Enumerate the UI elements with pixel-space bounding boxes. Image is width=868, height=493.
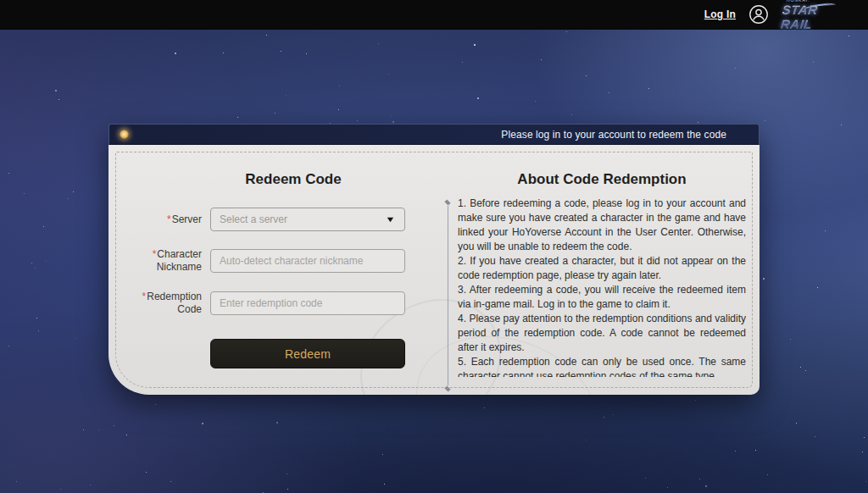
about-title: About Code Redemption (458, 170, 746, 189)
redemption-code-input[interactable] (210, 291, 405, 315)
about-section: About Code Redemption 1. Before redeemin… (458, 145, 746, 377)
login-link[interactable]: Log In (704, 8, 736, 20)
about-paragraph: 5. Each redemption code can only be used… (458, 355, 746, 377)
server-select[interactable]: Select a server ▼ (210, 208, 405, 231)
about-paragraph: 2. If you have created a character, but … (458, 254, 746, 283)
redemption-code-label: *Redemption Code (134, 291, 202, 316)
card-body: Redeem Code *Server Select a server ▼ *C… (108, 145, 760, 395)
server-select-placeholder: Select a server (220, 213, 387, 225)
redeem-form: Redeem Code *Server Select a server ▼ *C… (108, 145, 448, 368)
page: Log In HONKAI: STAR RAIL Please log in t… (0, 0, 868, 493)
diamond-ornament (444, 385, 450, 391)
required-asterisk: * (153, 248, 157, 260)
about-paragraph: 3. After redeeming a code, you will rece… (458, 283, 746, 312)
starrail-logo[interactable]: HONKAI: STAR RAIL (782, 2, 839, 27)
server-label: *Server (134, 213, 202, 226)
login-prompt-message: Please log in to your account to redeem … (501, 129, 726, 141)
chevron-down-icon: ▼ (385, 215, 395, 224)
redeem-card: Please log in to your account to redeem … (108, 124, 760, 395)
server-field-row: *Server Select a server ▼ (108, 208, 448, 231)
logo-title: STAR RAIL (780, 3, 841, 31)
redeem-title: Redeem Code (108, 170, 448, 189)
nickname-input[interactable] (210, 249, 405, 273)
required-asterisk: * (142, 291, 147, 302)
nickname-field-row: *Character Nickname (108, 248, 448, 274)
nickname-label: *Character Nickname (134, 248, 202, 274)
gold-star-icon (120, 130, 129, 139)
top-bar: Log In HONKAI: STAR RAIL (0, 0, 868, 30)
column-divider (448, 206, 448, 385)
about-paragraph: 4. Please pay attention to the redemptio… (458, 312, 746, 355)
card-header: Please log in to your account to redeem … (108, 124, 760, 145)
required-asterisk: * (167, 213, 171, 225)
redeem-button[interactable]: Redeem (210, 339, 405, 368)
code-field-row: *Redemption Code (108, 291, 448, 316)
about-text: 1. Before redeeming a code, please log i… (458, 197, 746, 377)
about-paragraph: 1. Before redeeming a code, please log i… (458, 197, 746, 254)
account-icon[interactable] (748, 4, 769, 25)
